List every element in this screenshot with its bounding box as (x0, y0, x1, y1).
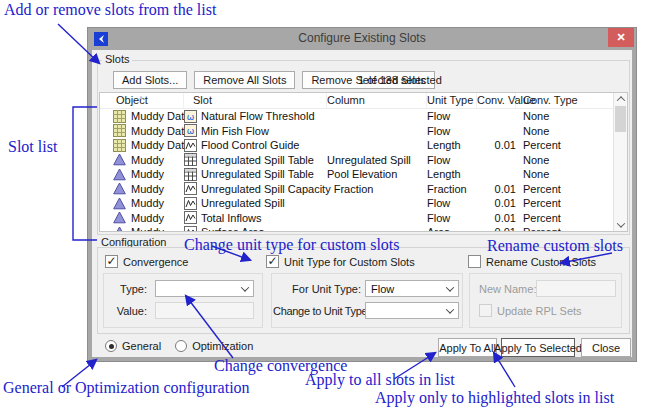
slot-cell: Unregulated Spill Table (201, 168, 314, 180)
table-row[interactable]: MuddySurface AreaArea0.01Percent (100, 225, 627, 232)
unit-type-cell: Flow (427, 125, 477, 137)
unit-type-checkbox[interactable]: ✓ Unit Type for Custom Slots (266, 255, 415, 268)
scrollbar-thumb[interactable] (615, 106, 626, 132)
data-object-icon (113, 139, 126, 152)
table-row[interactable]: MuddyUnregulated Spill Capacity Fraction… (100, 182, 627, 197)
annotation-rename: Rename custom slots (487, 237, 623, 255)
object-cell: Muddy (131, 183, 164, 195)
apply-to-all-button[interactable]: Apply To All (438, 338, 497, 357)
for-unit-type-label: For Unit Type: (273, 283, 361, 295)
conv-value-cell: 0.01 (477, 212, 516, 224)
table-row[interactable]: MuddyUnregulated SpillFlow0.01Percent (100, 196, 627, 211)
rename-label: Rename Custom Slots (486, 256, 596, 268)
conv-type-cell: Percent (523, 197, 613, 209)
new-name-field[interactable] (536, 280, 616, 297)
table-slot-icon (184, 153, 197, 166)
value-field[interactable] (155, 302, 254, 319)
column-header-unit-type[interactable]: Unit Type (427, 93, 477, 108)
column-header-object[interactable]: ▲ Object (100, 93, 184, 108)
reservoir-icon (113, 211, 126, 224)
table-row[interactable]: Muddy DataFlood Control GuideLength0.01P… (100, 138, 627, 153)
reservoir-icon (113, 168, 126, 181)
column-header-column[interactable]: Column (327, 93, 427, 108)
conv-type-cell: Percent (523, 183, 613, 195)
table-slot-icon (184, 168, 197, 181)
column-header-slot[interactable]: Slot (184, 93, 327, 108)
new-name-row: New Name: (479, 280, 616, 297)
column-cell: Pool Elevation (327, 168, 427, 180)
conv-type-cell: None (523, 125, 613, 137)
table-row[interactable]: MuddyUnregulated Spill TablePool Elevati… (100, 167, 627, 182)
apply-to-selected-button[interactable]: Apply To Selected (501, 338, 575, 357)
title-bar[interactable]: Configure Existing Slots ✕ (88, 28, 636, 50)
reservoir-icon (113, 182, 126, 195)
value-label: Value: (113, 305, 147, 317)
table-row[interactable]: Muddy DataωNatural Flow ThresholdFlowNon… (100, 109, 627, 124)
annotation-change-unit-type: Change unit type for custom slots (184, 236, 400, 254)
column-header-conv-value[interactable]: Conv. Value (477, 93, 516, 108)
update-rpl-sets-checkbox[interactable]: ✓ Update RPL Sets (479, 304, 582, 317)
unit-type-cell: Area (427, 226, 477, 232)
annotation-general-opt: General or Optimization configuration (3, 379, 250, 397)
slot-cell: Unregulated Spill Capacity Fraction (201, 183, 373, 195)
unit-type-cell: Flow (427, 154, 477, 166)
add-slots-button[interactable]: Add Slots... (113, 71, 187, 89)
annotation-slot-list: Slot list (8, 138, 57, 156)
series-slot-icon (184, 226, 197, 232)
chevron-down-icon (241, 283, 249, 291)
annotation-apply-all: Apply to all slots in list (305, 371, 455, 389)
series-slot-icon (184, 211, 197, 224)
rename-checkbox[interactable]: ✓ Rename Custom Slots (468, 255, 596, 268)
vertical-scrollbar[interactable] (613, 93, 627, 231)
annotation-apply-selected: Apply only to highlighted slots in list (375, 389, 614, 407)
series-slot-icon (184, 182, 197, 195)
svg-text:ω: ω (187, 126, 195, 136)
scroll-up-button[interactable] (614, 93, 627, 105)
series-slot-icon (184, 197, 197, 210)
object-cell: Muddy Data (131, 110, 190, 122)
type-row: Type: (113, 280, 254, 297)
slot-cell: Natural Flow Threshold (201, 110, 315, 122)
type-label: Type: (113, 283, 147, 295)
conv-type-cell: Percent (523, 212, 613, 224)
periodic-slot-icon: ω (184, 110, 197, 123)
value-row: Value: (113, 302, 254, 319)
table-row[interactable]: MuddyTotal InflowsFlow0.01Percent (100, 211, 627, 226)
optimization-radio-label: Optimization (192, 340, 253, 352)
conv-value-cell: 0.01 (477, 226, 516, 232)
chevron-down-icon (446, 283, 454, 291)
table-row[interactable]: Muddy DataωMin Fish FlowFlowNone (100, 124, 627, 139)
column-header-conv-type[interactable]: Conv. Type (523, 93, 613, 108)
type-combobox[interactable] (155, 280, 254, 297)
conv-type-cell: None (523, 154, 613, 166)
change-unit-type-label: Change to Unit Type: (273, 305, 361, 317)
object-cell: Muddy Data (131, 139, 190, 151)
convergence-checkbox[interactable]: ✓ Convergence (105, 255, 188, 268)
close-button[interactable]: ✕ (608, 28, 634, 47)
unit-type-cell: Flow (427, 212, 477, 224)
table-row[interactable]: MuddyUnregulated Spill TableUnregulated … (100, 153, 627, 168)
reservoir-icon (113, 197, 126, 210)
slot-cell: Unregulated Spill Table (201, 154, 314, 166)
for-unit-type-combobox[interactable]: Flow (365, 280, 459, 297)
object-cell: Muddy (131, 154, 164, 166)
optimization-radio[interactable]: Optimization (175, 340, 253, 352)
slot-cell: Flood Control Guide (201, 139, 299, 151)
for-unit-type-row: For Unit Type: Flow (273, 280, 459, 297)
conv-type-cell: None (523, 168, 613, 180)
periodic-slot-icon: ω (184, 124, 197, 137)
slot-table: ▲ Object Slot Column Unit Type Conv. Val… (99, 92, 628, 232)
chevron-up-icon (616, 96, 624, 104)
unit-type-label: Unit Type for Custom Slots (284, 256, 415, 268)
change-unit-type-row: Change to Unit Type: (273, 302, 459, 319)
conv-type-cell: None (523, 110, 613, 122)
slot-cell: Unregulated Spill (201, 197, 285, 209)
object-cell: Muddy (131, 226, 164, 232)
remove-all-slots-button[interactable]: Remove All Slots (194, 71, 295, 89)
change-unit-type-combobox[interactable] (365, 302, 459, 319)
close-dialog-button[interactable]: Close (581, 338, 631, 357)
general-radio[interactable]: General (105, 340, 161, 352)
update-rpl-sets-label: Update RPL Sets (497, 305, 582, 317)
reservoir-icon (113, 153, 126, 166)
scroll-down-button[interactable] (614, 219, 627, 231)
